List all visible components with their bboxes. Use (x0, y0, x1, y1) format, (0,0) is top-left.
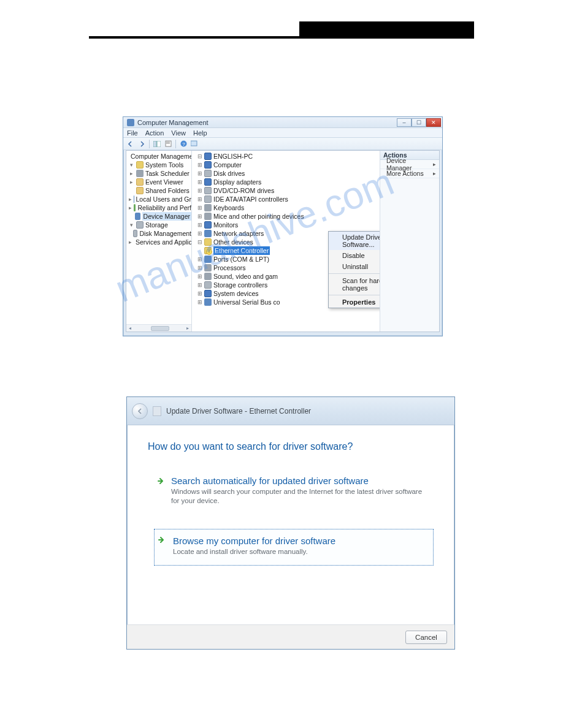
back-icon[interactable] (126, 139, 136, 149)
wizard-footer: Cancel (127, 624, 454, 649)
back-button[interactable] (132, 403, 148, 419)
device-category[interactable]: ⊞IDE ATA/ATAPI controllers (196, 195, 380, 203)
page-header (89, 21, 474, 39)
device-category[interactable]: ⊞Display adapters (196, 178, 380, 186)
tree-group[interactable]: ▾Storage (128, 221, 191, 229)
device-category[interactable]: ⊞Computer (196, 161, 380, 169)
ctx-properties[interactable]: Properties (329, 297, 380, 308)
actions-row[interactable]: Device Manager▸ (380, 160, 439, 169)
tree-item[interactable]: Disk Management (128, 229, 191, 238)
ctx-disable[interactable]: Disable (329, 250, 380, 261)
minimize-button[interactable]: – (397, 118, 412, 127)
tree-item[interactable]: ▸Local Users and Gr (128, 195, 191, 203)
horizontal-scrollbar[interactable]: ◂▸ (126, 324, 191, 332)
option-desc: Windows will search your computer and th… (171, 487, 426, 506)
device-tree-pane: ⊟ENGLISH-PC ⊞Computer ⊞Disk drives ⊞Disp… (192, 151, 380, 332)
arrow-right-icon (156, 477, 165, 485)
wizard-header: Update Driver Software - Ethernet Contro… (127, 397, 454, 425)
warning-icon (204, 247, 212, 254)
cancel-button[interactable]: Cancel (405, 631, 447, 644)
menu-help[interactable]: Help (193, 129, 207, 137)
update-driver-wizard: ✕ Update Driver Software - Ethernet Cont… (126, 396, 455, 650)
computer-management-window: Computer Management – ☐ ✕ File Action Vi… (123, 116, 443, 336)
device-category[interactable]: ⊞Disk drives (196, 169, 380, 178)
ctx-update-driver[interactable]: Update Driver Software... (329, 232, 380, 250)
tree-group[interactable]: ▸Services and Applicat (128, 238, 191, 246)
tree-item[interactable]: ▸Reliability and Perf (128, 203, 191, 212)
tree-item[interactable]: ▸Event Viewer (128, 178, 191, 186)
arrow-left-icon (136, 408, 144, 415)
close-button[interactable]: ✕ (426, 118, 441, 127)
ctx-uninstall[interactable]: Uninstall (329, 261, 380, 272)
menu-action[interactable]: Action (145, 129, 164, 137)
context-menu: Update Driver Software... Disable Uninst… (328, 231, 380, 308)
device-category[interactable]: ⊞Monitors (196, 221, 380, 229)
arrow-right-icon (157, 536, 166, 544)
wizard-icon (153, 406, 161, 416)
tree-item[interactable]: Shared Folders (128, 186, 191, 195)
menu-view[interactable]: View (171, 129, 186, 137)
tree-group[interactable]: ▾System Tools (128, 161, 191, 169)
tree-item-selected[interactable]: Device Manager (128, 212, 191, 221)
device-category[interactable]: ⊞DVD/CD-ROM drives (196, 186, 380, 195)
properties-icon[interactable] (163, 139, 173, 149)
titlebar[interactable]: Computer Management – ☐ ✕ (123, 117, 442, 128)
svg-text:?: ? (182, 142, 185, 147)
navigation-pane: Computer Management ▾System Tools ▸Task … (126, 151, 192, 332)
tree-item[interactable]: ▸Task Scheduler (128, 169, 191, 178)
menu-file[interactable]: File (127, 129, 138, 137)
svg-rect-7 (191, 141, 197, 146)
help-icon[interactable]: ? (178, 139, 188, 149)
menubar: File Action View Help (123, 128, 442, 138)
window-buttons: – ☐ ✕ (397, 118, 441, 127)
forward-icon[interactable] (137, 139, 147, 149)
maximize-button[interactable]: ☐ (412, 118, 426, 127)
option-search-auto[interactable]: Search automatically for updated driver … (154, 471, 434, 512)
wizard-title: Update Driver Software - Ethernet Contro… (166, 407, 311, 415)
tree-root[interactable]: Computer Management (128, 152, 191, 161)
ctx-scan[interactable]: Scan for hardware changes (329, 275, 380, 294)
actions-pane: Actions Device Manager▸ More Actions▸ (380, 151, 439, 332)
window-title: Computer Management (137, 119, 209, 126)
app-icon (127, 119, 134, 126)
option-title: Search automatically for updated driver … (171, 476, 426, 486)
option-desc: Locate and install driver software manua… (173, 547, 424, 556)
svg-rect-0 (153, 141, 156, 147)
wizard-question: How do you want to search for driver sof… (148, 441, 434, 452)
device-root[interactable]: ⊟ENGLISH-PC (196, 152, 380, 161)
option-title: Browse my computer for driver software (173, 536, 424, 546)
refresh-icon[interactable] (190, 139, 199, 149)
device-category[interactable]: ⊞Mice and other pointing devices (196, 212, 380, 221)
show-hide-icon[interactable] (152, 139, 162, 149)
device-category[interactable]: ⊞Keyboards (196, 203, 380, 212)
toolbar: ? (123, 138, 442, 150)
option-browse-manual[interactable]: Browse my computer for driver software L… (154, 529, 434, 566)
svg-rect-1 (157, 141, 161, 147)
